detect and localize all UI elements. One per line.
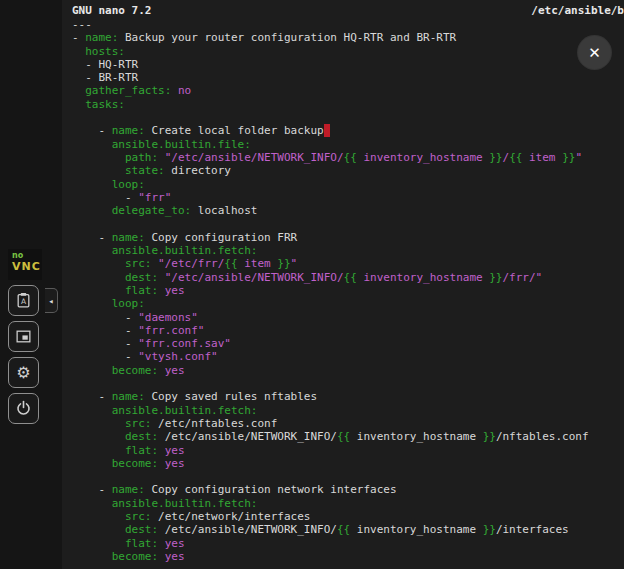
code-token: /nftables.conf [496, 430, 589, 443]
code-token: - [72, 191, 138, 204]
editor-line: path: "/etc/ansible/NETWORK_INFO/{{ inve… [72, 151, 624, 164]
code-token: "frr.conf" [138, 324, 204, 337]
code-token: /etc/ansible/NETWORK_INFO/ [158, 523, 337, 536]
code-token [72, 138, 112, 151]
code-token: - BR-RTR [72, 71, 138, 84]
code-token [72, 523, 125, 536]
code-token: "daemons" [138, 311, 198, 324]
code-token: loop: [112, 297, 145, 310]
code-token [158, 271, 165, 284]
gear-icon: ⚙ [16, 365, 30, 381]
fullscreen-button[interactable] [8, 321, 39, 352]
editor-line: - "frr" [72, 191, 624, 204]
terminal-window[interactable]: GNU nano 7.2 /etc/ansible/b ---- name: B… [62, 0, 624, 569]
close-button[interactable]: ✕ [578, 36, 611, 69]
code-token [72, 550, 112, 563]
code-token: state: [125, 164, 165, 177]
editor-line: flat: yes [72, 444, 624, 457]
code-token [72, 457, 112, 470]
code-token: "frr.conf.sav" [138, 337, 231, 350]
code-token: - [72, 311, 138, 324]
editor-line: - "daemons" [72, 311, 624, 324]
code-token: localhost [191, 204, 257, 217]
code-token: ansible.builtin.fetch: [112, 404, 258, 417]
screen: { "titlebar": { "app": "GNU nano 7.2", "… [0, 0, 624, 569]
editor-line: - "frr.conf.sav" [72, 337, 624, 350]
code-token: dest: [125, 430, 158, 443]
editor-line: flat: yes [72, 284, 624, 297]
code-token: }} [483, 430, 496, 443]
editor-line: - HQ-RTR [72, 58, 624, 71]
code-token: }} [489, 271, 502, 284]
editor-line: loop: [72, 178, 624, 191]
code-token: {{ [337, 523, 350, 536]
editor-line: - "vtysh.conf" [72, 350, 624, 363]
code-token: {{ [337, 430, 350, 443]
code-token: inventory_hostname [350, 523, 482, 536]
editor-line: become: yes [72, 550, 624, 563]
code-token: yes [165, 444, 185, 457]
control-bar-handle[interactable]: ◂ [45, 288, 58, 313]
editor-line: - name: Copy configuration FRR [72, 231, 624, 244]
editor-line: become: yes [72, 364, 624, 377]
editor-line: ansible.builtin.file: [72, 138, 624, 151]
code-token: yes [165, 364, 185, 377]
code-token: /frr/" [503, 271, 543, 284]
code-token: - [72, 231, 112, 244]
code-token: {{ [509, 151, 522, 164]
settings-button[interactable]: ⚙ [8, 357, 39, 388]
code-token: "vtysh.conf" [138, 350, 217, 363]
code-token: yes [165, 537, 185, 550]
code-token [72, 404, 112, 417]
code-token: - [72, 337, 138, 350]
code-token: " [291, 257, 298, 270]
code-token: --- [72, 18, 92, 31]
code-token: ansible.builtin.fetch: [112, 244, 258, 257]
code-token: ansible.builtin.fetch: [112, 497, 258, 510]
code-token: }} [483, 523, 496, 536]
code-token: Backup your router configuration HQ-RTR … [118, 31, 456, 44]
code-token: delegate_to: [112, 204, 191, 217]
code-token: flat: [125, 444, 158, 457]
power-button[interactable] [8, 393, 39, 424]
code-token: }} [489, 151, 502, 164]
code-token: "frr" [138, 191, 171, 204]
code-token: item [522, 151, 562, 164]
code-token: inventory_hostname [357, 151, 489, 164]
code-token: "/etc/ansible/NETWORK_INFO/ [165, 271, 344, 284]
editor-line: gather_facts: no [72, 84, 624, 97]
code-token: name: [112, 483, 145, 496]
editor-lines[interactable]: ---- name: Backup your router configurat… [62, 18, 624, 563]
editor-line: dest: /etc/ansible/NETWORK_INFO/{{ inven… [72, 430, 624, 443]
code-token: Copy saved rules nftables [145, 390, 317, 403]
vnc-control-sidebar: no VNC A ⚙ ◂ [0, 0, 62, 569]
code-token: - [72, 483, 112, 496]
editor-line: --- [72, 18, 624, 31]
editor-line: src: "/etc/frr/{{ item }}" [72, 257, 624, 270]
editor-line [72, 377, 624, 390]
editor-line: - name: Backup your router configuration… [72, 31, 624, 44]
code-token: {{ [344, 151, 357, 164]
code-token [72, 244, 112, 257]
code-token: name: [112, 124, 145, 137]
editor-line: dest: "/etc/ansible/NETWORK_INFO/{{ inve… [72, 271, 624, 284]
vnc-logo-bottom: VNC [12, 260, 42, 273]
code-token [171, 84, 178, 97]
code-token: inventory_hostname [350, 430, 482, 443]
code-token [72, 151, 125, 164]
code-token [158, 457, 165, 470]
code-token: {{ [224, 257, 237, 270]
editor-line: delegate_to: localhost [72, 204, 624, 217]
code-token [158, 284, 165, 297]
svg-text:A: A [21, 297, 27, 306]
code-token: Create local folder backup [145, 124, 324, 137]
clipboard-button[interactable]: A [8, 285, 39, 316]
editor-line: flat: yes [72, 537, 624, 550]
code-token [72, 510, 125, 523]
code-token [158, 550, 165, 563]
code-token: /interfaces [496, 523, 569, 536]
code-token: become: [112, 364, 158, 377]
code-token [72, 271, 125, 284]
code-token: }} [562, 151, 575, 164]
code-token: src: [125, 257, 152, 270]
